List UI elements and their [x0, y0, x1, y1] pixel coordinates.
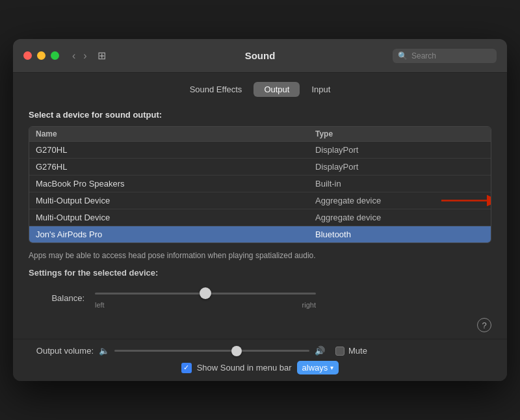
tab-bar: Sound Effects Output Input — [13, 73, 507, 105]
device-name: Multi-Output Device — [36, 196, 315, 205]
column-header-name: Name — [36, 129, 315, 138]
help-btn-row: ? — [13, 311, 507, 339]
table-row[interactable]: Multi-Output Device Aggregate device — [29, 192, 491, 209]
volume-high-icon: 🔊 — [315, 346, 325, 356]
dropdown-value: always — [302, 363, 328, 373]
balance-slider-container: left right — [95, 287, 316, 309]
mute-area: Mute — [335, 346, 367, 356]
info-text: Apps may be able to access head pose inf… — [13, 243, 507, 264]
show-sound-label: Show Sound in menu bar — [197, 363, 292, 373]
close-button[interactable] — [23, 51, 32, 60]
forward-button[interactable]: › — [81, 49, 89, 63]
search-icon: 🔍 — [398, 51, 408, 60]
balance-slider-labels: left right — [95, 301, 316, 309]
device-type: DisplayPort — [315, 145, 484, 155]
search-bar[interactable]: 🔍 — [393, 49, 497, 63]
device-type: DisplayPort — [315, 162, 484, 172]
output-volume-thumb[interactable] — [231, 346, 242, 356]
table-header: Name Type — [29, 127, 491, 142]
show-sound-row: ✓ Show Sound in menu bar always ▾ — [29, 361, 491, 374]
balance-slider-line — [95, 293, 316, 295]
balance-row: Balance: left right — [13, 284, 507, 311]
minimize-button[interactable] — [37, 51, 46, 60]
content-area: Sound Effects Output Input Select a devi… — [13, 73, 507, 339]
chevron-down-icon: ▾ — [330, 364, 333, 371]
main-window: ‹ › ⊞ Sound 🔍 Sound Effects Output Input… — [13, 39, 507, 381]
device-table: Name Type G270HL DisplayPort G276HL Disp… — [29, 126, 491, 243]
tab-output[interactable]: Output — [254, 82, 300, 97]
device-type: Aggregate device — [315, 213, 484, 222]
show-sound-checkbox[interactable]: ✓ — [181, 363, 192, 373]
nav-buttons: ‹ › — [70, 49, 90, 63]
settings-label: Settings for the selected device: — [13, 264, 507, 284]
table-row[interactable]: Multi-Output Device Aggregate device — [29, 209, 491, 226]
titlebar: ‹ › ⊞ Sound 🔍 — [13, 39, 507, 73]
mute-label: Mute — [348, 346, 367, 356]
output-volume-slider[interactable] — [114, 350, 309, 352]
section-title: Select a device for sound output: — [13, 105, 507, 126]
mute-checkbox[interactable] — [335, 347, 344, 356]
balance-right-label: right — [302, 301, 316, 309]
device-name: Jon's AirPods Pro — [36, 230, 315, 239]
tab-sound-effects[interactable]: Sound Effects — [179, 82, 253, 97]
grid-icon: ⊞ — [98, 49, 106, 62]
bottom-bar: Output volume: 🔈 🔊 Mute ✓ Show Sound in … — [13, 339, 507, 381]
device-name: MacBook Pro Speakers — [36, 179, 315, 189]
device-name: G276HL — [36, 162, 315, 172]
table-row[interactable]: G276HL DisplayPort — [29, 159, 491, 176]
maximize-button[interactable] — [51, 51, 59, 60]
device-name: G270HL — [36, 145, 315, 155]
table-row-selected[interactable]: Jon's AirPods Pro Bluetooth — [29, 226, 491, 243]
balance-left-label: left — [95, 301, 105, 309]
balance-label: Balance: — [39, 293, 84, 303]
column-header-type: Type — [315, 129, 484, 138]
window-title: Sound — [245, 50, 276, 61]
tab-input[interactable]: Input — [301, 82, 341, 97]
table-row[interactable]: MacBook Pro Speakers Built-in — [29, 176, 491, 192]
help-button[interactable]: ? — [477, 318, 491, 332]
volume-low-icon: 🔈 — [99, 346, 109, 356]
traffic-lights — [23, 51, 59, 60]
device-type: Bluetooth — [315, 230, 484, 239]
show-sound-dropdown[interactable]: always ▾ — [297, 361, 339, 374]
search-input[interactable] — [411, 51, 491, 60]
balance-slider-thumb[interactable] — [200, 287, 211, 299]
device-type: Built-in — [315, 179, 484, 189]
table-row[interactable]: G270HL DisplayPort — [29, 142, 491, 159]
output-volume-label: Output volume: — [29, 346, 94, 356]
balance-slider-track[interactable] — [95, 287, 316, 300]
back-button[interactable]: ‹ — [70, 49, 78, 63]
output-volume-row: Output volume: 🔈 🔊 Mute — [29, 346, 491, 356]
device-name: Multi-Output Device — [36, 213, 315, 222]
